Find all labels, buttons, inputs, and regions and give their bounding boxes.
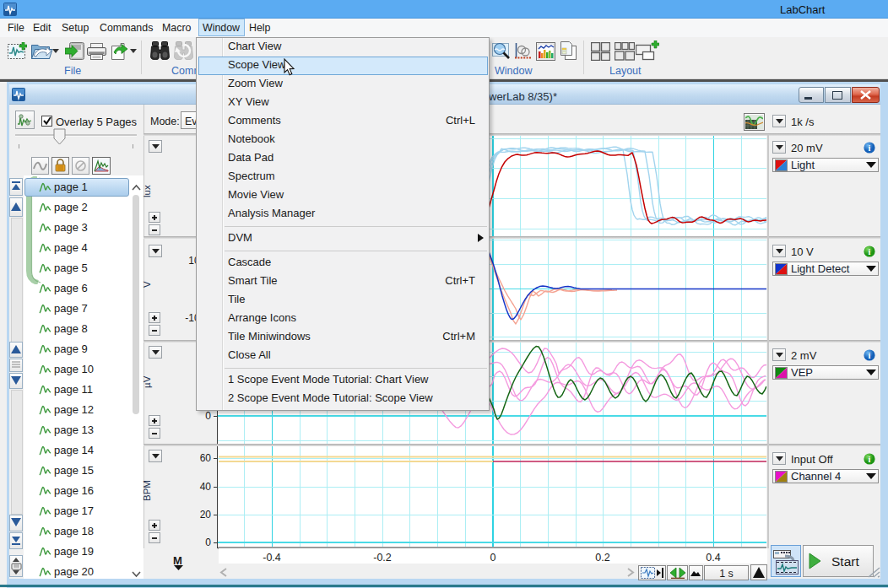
svg-text:i: i <box>869 247 871 256</box>
svg-text:i: i <box>869 351 871 360</box>
svg-text:i: i <box>869 455 871 464</box>
svg-text:i: i <box>869 143 871 153</box>
